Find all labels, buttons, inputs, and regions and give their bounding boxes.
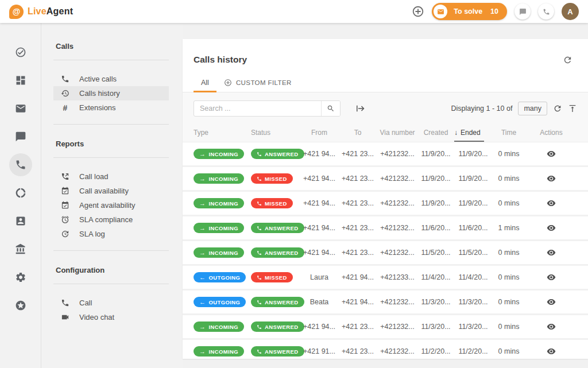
divider: [53, 250, 169, 251]
call-status-badge: ANSWERED: [251, 297, 304, 307]
rail-item-contacts[interactable]: [9, 210, 32, 233]
rail-item-donut[interactable]: [9, 181, 32, 204]
phone-icon: [257, 300, 262, 305]
time-cell: 0 mins: [492, 199, 525, 207]
star-circle-icon: [15, 300, 26, 311]
table-row[interactable]: →INCOMING ANSWERED +421 91... +421 23...…: [183, 340, 588, 359]
view-call-button[interactable]: [547, 297, 556, 307]
rail-item-tickets[interactable]: [9, 97, 32, 120]
eye-icon: [547, 248, 556, 257]
from-cell: +421 94...: [300, 199, 338, 207]
to-cell: +421 94...: [338, 273, 377, 281]
page-size-button[interactable]: many: [518, 102, 547, 115]
column-header-to[interactable]: To: [338, 123, 377, 142]
sidebar-item-call-config[interactable]: Call: [53, 296, 169, 310]
created-cell: 11/5/20...: [417, 249, 454, 257]
to-solve-button[interactable]: To solve 10: [432, 3, 507, 20]
sidebar-item-sla-compliance[interactable]: SLA compliance: [53, 212, 169, 227]
sidebar-item-agent-availability[interactable]: Agent availability: [53, 198, 169, 212]
view-call-button[interactable]: [547, 347, 556, 356]
table-row[interactable]: →INCOMING MISSED +421 94... +421 23... +…: [183, 167, 588, 190]
add-new-button[interactable]: [412, 5, 424, 18]
search-icon: [327, 104, 335, 113]
phone-icon: [257, 324, 262, 330]
view-call-button[interactable]: [547, 322, 556, 331]
eye-icon: [547, 174, 556, 183]
history-icon: [61, 89, 69, 98]
phone-icon: [257, 152, 262, 157]
rail-item-dashboard[interactable]: [9, 69, 32, 92]
column-header-type[interactable]: Type: [194, 123, 251, 142]
sidebar-item-calls-history[interactable]: Calls history: [53, 86, 169, 100]
sidebar-item-video-chat[interactable]: Video chat: [53, 310, 169, 324]
search-input[interactable]: [194, 101, 321, 116]
calendar-check-icon: [61, 201, 69, 210]
view-call-button[interactable]: [547, 199, 556, 208]
column-header-status[interactable]: Status: [251, 123, 300, 142]
time-cell: 0 mins: [492, 298, 525, 306]
rail-item-calls[interactable]: [9, 153, 32, 176]
view-call-button[interactable]: [547, 223, 556, 233]
from-cell: +421 94...: [300, 323, 338, 331]
column-header-created[interactable]: Created: [417, 123, 454, 142]
sidebar-item-call-availability[interactable]: Call availability: [53, 184, 169, 198]
avatar[interactable]: A: [562, 3, 579, 20]
table-row[interactable]: ←OUTGOING ANSWERED Beata +421 94... +421…: [183, 290, 588, 313]
table-row[interactable]: →INCOMING ANSWERED +421 94... +421 23...…: [183, 241, 588, 264]
time-cell: 0 mins: [492, 273, 525, 281]
direction-arrow-icon: →: [199, 225, 206, 231]
time-cell: 0 mins: [492, 347, 525, 355]
view-call-button[interactable]: [547, 273, 556, 282]
table-row[interactable]: →INCOMING ANSWERED +421 94... +421 23...…: [183, 216, 588, 239]
time-cell: 1 mins: [492, 224, 525, 232]
column-header-time[interactable]: Time: [492, 123, 525, 142]
scroll-to-top-button[interactable]: [568, 104, 577, 113]
phone-icon: [257, 201, 262, 206]
table-row[interactable]: →INCOMING ANSWERED +421 94... +421 23...…: [183, 142, 588, 165]
to-cell: +421 23...: [338, 150, 377, 158]
eye-icon: [547, 273, 556, 282]
refresh-button[interactable]: [563, 55, 572, 65]
rail-item-tasks[interactable]: [9, 41, 32, 64]
clock-update-icon: [61, 230, 69, 238]
to-solve-count: 10: [490, 7, 498, 16]
rail-item-chats[interactable]: [9, 125, 32, 148]
chats-button[interactable]: [514, 3, 531, 20]
expand-filter-button[interactable]: [355, 103, 365, 114]
sidebar-item-extensions[interactable]: #Extensions: [53, 100, 169, 115]
view-call-button[interactable]: [547, 248, 556, 257]
via-number-cell: +421232...: [377, 298, 417, 306]
view-call-button[interactable]: [547, 149, 556, 158]
rail-item-upgrade[interactable]: [9, 294, 32, 317]
rail-item-company[interactable]: [9, 238, 32, 261]
sidebar-item-active-calls[interactable]: Active calls: [53, 72, 169, 86]
column-header-ended[interactable]: ↓Ended: [454, 123, 492, 142]
plus-circle-icon: [412, 5, 424, 18]
ended-cell: 11/2/20...: [454, 347, 492, 355]
call-type-badge: →INCOMING: [194, 149, 244, 159]
column-header-via-number[interactable]: Via number: [377, 123, 417, 142]
reload-list-button[interactable]: [553, 104, 562, 113]
sidebar-item-sla-log[interactable]: SLA log: [53, 227, 169, 241]
phone-icon: [61, 75, 69, 83]
search-button[interactable]: [321, 101, 340, 116]
ended-cell: 11/9/20...: [454, 150, 492, 158]
liveagent-logo[interactable]: @ LiveAgent: [9, 5, 73, 19]
calls-button[interactable]: [538, 3, 554, 20]
table-row[interactable]: →INCOMING ANSWERED +421 94... +421 23...…: [183, 315, 588, 338]
sidebar-item-call-load[interactable]: Call load: [53, 169, 169, 184]
column-header-actions[interactable]: Actions: [525, 123, 577, 142]
tab-custom-filter[interactable]: CUSTOM FILTER: [216, 73, 299, 92]
created-cell: 11/4/20...: [417, 273, 454, 281]
table-row[interactable]: ←OUTGOING MISSED Laura +421 94... +42123…: [183, 266, 588, 289]
tab-all[interactable]: All: [194, 73, 216, 92]
column-header-from[interactable]: From: [300, 123, 338, 142]
view-call-button[interactable]: [547, 174, 556, 183]
direction-arrow-icon: →: [199, 151, 206, 157]
refresh-icon: [563, 55, 572, 65]
to-cell: +421 23...: [338, 347, 377, 355]
rail-item-settings[interactable]: [9, 266, 32, 289]
to-cell: +421 23...: [338, 175, 377, 183]
call-type-badge: →INCOMING: [194, 223, 244, 233]
table-row[interactable]: →INCOMING MISSED +421 94... +421 23... +…: [183, 192, 588, 215]
